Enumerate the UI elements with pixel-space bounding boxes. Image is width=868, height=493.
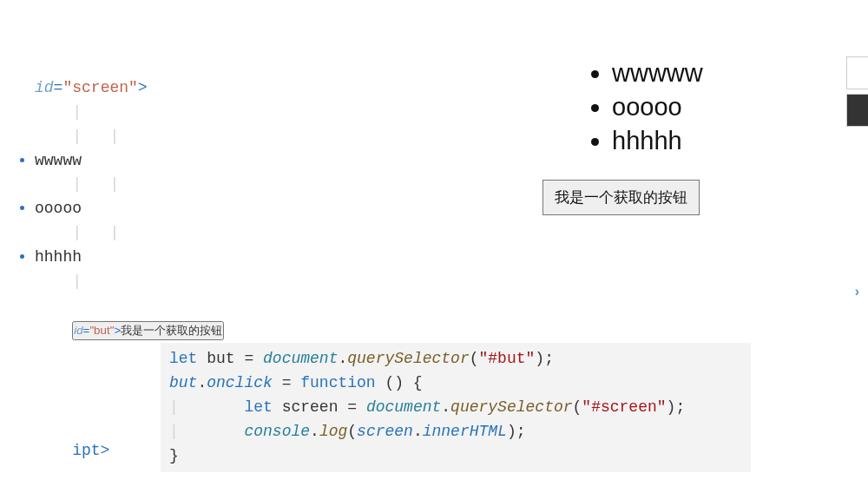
preview-list: wwwww ooooo hhhhh [529,56,838,158]
devtools-side-panel [846,56,868,131]
code-line: | console.log(screen.innerHTML); [169,420,742,444]
code-line [35,294,590,319]
code-line: but.onclick = function () { [169,371,742,396]
expand-arrow-icon[interactable]: › [852,285,861,300]
fetch-button[interactable]: 我是一个获取的按钮 [542,180,700,215]
code-line: } [169,444,742,469]
sidebar-icon[interactable] [846,56,868,89]
code-line: | | hhhhh [35,221,590,270]
list-item: wwwww [612,56,838,90]
code-line: id="screen"> [35,52,590,101]
code-line: id="but">我是一个获取的按钮 [35,319,590,343]
code-line: let but = document.querySelector("#but")… [169,347,742,371]
code-line: | [35,270,590,294]
code-line: | | ooooo [35,173,590,221]
browser-preview: wwwww ooooo hhhhh 我是一个获取的按钮 [529,56,838,215]
list-item: ooooo [612,90,838,124]
sidebar-icon-dark[interactable] [846,94,868,127]
code-line: | let screen = document.querySelector("#… [169,396,742,420]
js-code-block: let but = document.querySelector("#but")… [161,343,751,472]
code-line: | [35,101,590,125]
code-line: | | wwwww [35,125,590,174]
list-item: hhhhh [612,124,838,158]
